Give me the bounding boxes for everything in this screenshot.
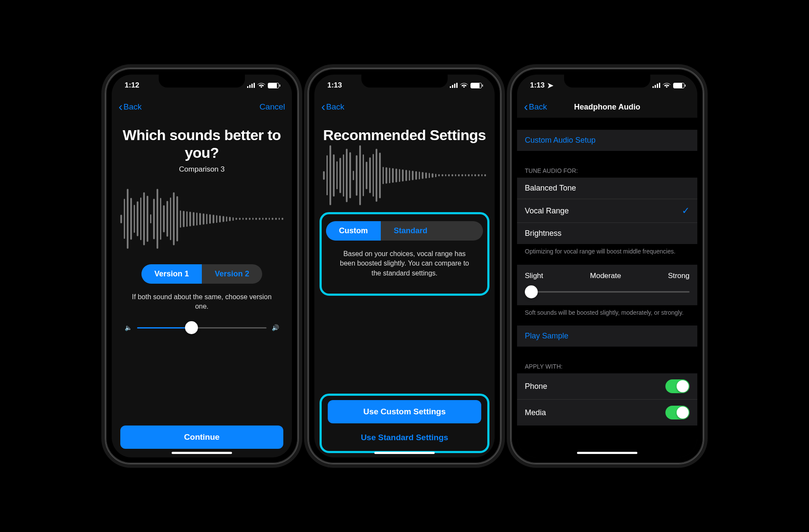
custom-audio-setup-label: Custom Audio Setup xyxy=(525,136,596,145)
strength-slider-thumb[interactable] xyxy=(525,285,538,298)
brightness-label: Brightness xyxy=(525,229,561,238)
custom-standard-segmented-control[interactable]: Custom Standard xyxy=(326,221,483,241)
apply-with-header: APPLY WITH: xyxy=(517,360,697,373)
phone-frame-2: 1:13 ‹ Back Recommended Settings Custom … xyxy=(307,68,502,464)
home-indicator[interactable] xyxy=(172,452,232,454)
back-label: Back xyxy=(529,102,547,112)
play-sample-label: Play Sample xyxy=(525,332,568,341)
nav-bar: ‹ Back xyxy=(314,96,495,118)
comparison-label: Comparison 3 xyxy=(112,165,292,174)
volume-high-icon: 🔊 xyxy=(272,324,279,331)
use-custom-settings-button[interactable]: Use Custom Settings xyxy=(328,400,481,423)
media-toggle[interactable] xyxy=(665,406,690,419)
home-indicator[interactable] xyxy=(374,452,435,454)
apply-media-row: Media xyxy=(517,400,697,426)
checkmark-icon: ✓ xyxy=(682,205,690,216)
nav-bar: ‹ Back Headphone Audio xyxy=(517,96,697,118)
back-button[interactable]: ‹ Back xyxy=(321,101,345,113)
chevron-left-icon: ‹ xyxy=(119,101,122,113)
chevron-left-icon: ‹ xyxy=(321,101,325,113)
wifi-icon xyxy=(663,82,671,88)
notch xyxy=(159,75,245,88)
version-2-segment[interactable]: Version 2 xyxy=(202,264,262,284)
balanced-tone-row[interactable]: Balanced Tone xyxy=(517,178,697,199)
cellular-icon xyxy=(450,83,458,88)
custom-segment[interactable]: Custom xyxy=(326,221,381,241)
phone-frame-3: 1:13 ➤ ‹ Back Headphone Audio Custom Aud… xyxy=(510,68,704,464)
standard-segment[interactable]: Standard xyxy=(381,221,440,241)
phone-toggle[interactable] xyxy=(665,379,690,393)
apply-phone-row: Phone xyxy=(517,373,697,400)
play-sample-row[interactable]: Play Sample xyxy=(517,325,697,347)
back-label: Back xyxy=(123,102,141,112)
cancel-button[interactable]: Cancel xyxy=(260,102,285,112)
apply-phone-label: Phone xyxy=(525,382,547,391)
recommendation-description: Based on your choices, vocal range has b… xyxy=(339,249,470,278)
version-segmented-control[interactable]: Version 1 Version 2 xyxy=(141,264,262,284)
strength-slider[interactable] xyxy=(525,285,690,298)
waveform-graphic xyxy=(314,147,495,203)
chevron-left-icon: ‹ xyxy=(524,101,528,113)
volume-slider[interactable] xyxy=(137,327,267,329)
tune-footer-note: Optimizing for vocal range will boost mi… xyxy=(517,244,697,265)
location-icon: ➤ xyxy=(547,81,553,90)
page-title: Recommended Settings xyxy=(323,126,486,144)
brightness-row[interactable]: Brightness xyxy=(517,223,697,244)
nav-bar: ‹ Back Cancel xyxy=(112,96,292,118)
phone-frame-1: 1:12 ‹ Back Cancel Which sounds better t… xyxy=(105,68,299,464)
balanced-tone-label: Balanced Tone xyxy=(525,184,576,193)
highlight-annotation-bottom: Use Custom Settings Use Standard Setting… xyxy=(320,394,489,453)
back-label: Back xyxy=(326,102,344,112)
wifi-icon xyxy=(460,82,468,88)
home-indicator[interactable] xyxy=(577,452,637,454)
strength-slight-label: Slight xyxy=(525,272,543,280)
volume-slider-row: 🔈 🔊 xyxy=(112,324,292,331)
volume-slider-thumb[interactable] xyxy=(185,321,198,334)
version-1-segment[interactable]: Version 1 xyxy=(141,264,202,284)
strength-strong-label: Strong xyxy=(668,272,690,280)
cellular-icon xyxy=(652,83,660,88)
continue-button[interactable]: Continue xyxy=(120,426,283,449)
apply-media-label: Media xyxy=(525,408,546,417)
highlight-annotation-top: Custom Standard Based on your choices, v… xyxy=(320,212,489,296)
cellular-icon xyxy=(247,83,255,88)
strength-footer-note: Soft sounds will be boosted slightly, mo… xyxy=(517,305,697,326)
use-standard-settings-button[interactable]: Use Standard Settings xyxy=(328,427,481,448)
tune-audio-header: TUNE AUDIO FOR: xyxy=(517,164,697,178)
volume-low-icon: 🔈 xyxy=(125,324,132,331)
hint-text: If both sound about the same, choose ver… xyxy=(125,292,279,312)
notch xyxy=(361,75,448,88)
clock: 1:13 xyxy=(327,81,342,90)
wifi-icon xyxy=(257,82,265,88)
custom-audio-setup-row[interactable]: Custom Audio Setup xyxy=(517,130,697,151)
battery-icon xyxy=(673,83,684,88)
vocal-range-row[interactable]: Vocal Range ✓ xyxy=(517,199,697,223)
back-button[interactable]: ‹ Back xyxy=(524,101,547,113)
waveform-graphic xyxy=(112,182,292,256)
battery-icon xyxy=(268,83,279,88)
clock: 1:12 xyxy=(125,81,139,90)
page-title: Which sounds better to you? xyxy=(120,126,283,162)
strength-moderate-label: Moderate xyxy=(590,272,621,280)
vocal-range-label: Vocal Range xyxy=(525,207,569,216)
notch xyxy=(564,75,650,88)
battery-icon xyxy=(470,83,482,88)
back-button[interactable]: ‹ Back xyxy=(119,101,142,113)
clock: 1:13 xyxy=(530,81,545,90)
